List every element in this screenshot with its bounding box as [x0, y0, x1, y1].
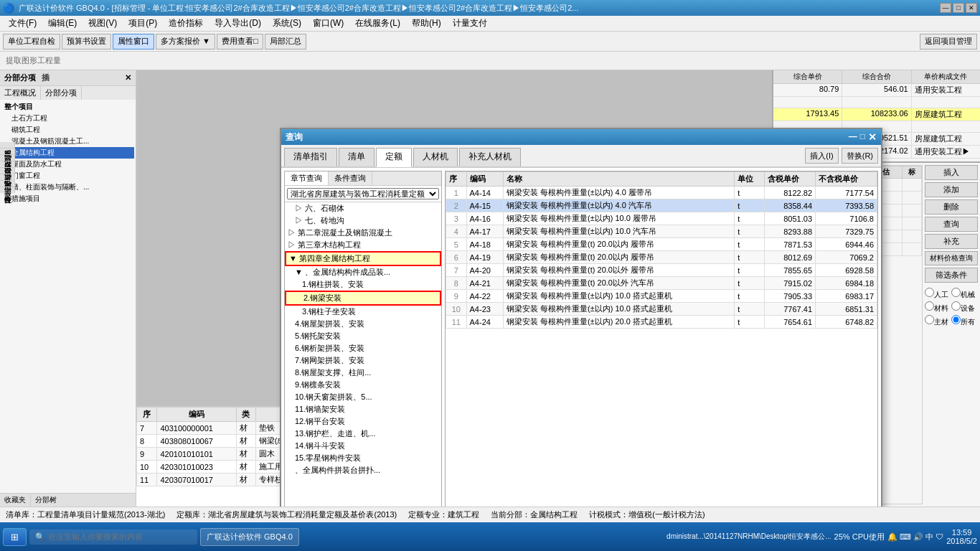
sidebar-bottom-favorites[interactable]: 收藏夹: [0, 494, 31, 507]
tree-item-steel-col2[interactable]: 3.钢柱子坐安装: [285, 306, 441, 318]
sidebar-close-btn[interactable]: ✕: [125, 73, 131, 83]
dialog-tab-supplement[interactable]: 补充人材机: [459, 148, 521, 166]
sidebar-item-measures[interactable]: 措施项目: [1, 193, 134, 204]
sidebar-item-all[interactable]: 整个项目: [1, 101, 134, 113]
radio-all[interactable]: [951, 315, 961, 324]
sidebar-item-metal[interactable]: 全属结构工程: [1, 147, 134, 159]
tree-item-roof-truss[interactable]: 4.钢屋架拼装、安装: [285, 318, 441, 330]
delete-button[interactable]: 删除: [925, 199, 978, 215]
return-project-button[interactable]: 返回项目管理: [920, 34, 977, 50]
menu-payment[interactable]: 计量支付: [447, 16, 493, 31]
result-row-4[interactable]: 4 A4-17 钢梁安装 每根构件重量(±以内) 10.0 汽车吊 t 8293…: [446, 225, 877, 238]
vtab-compat[interactable]: 符合性检查: [0, 187, 14, 193]
menu-cost[interactable]: 造价指标: [163, 16, 209, 31]
tree-item-misc[interactable]: 15.零星钢构件安装: [285, 452, 441, 464]
tree-tab-chapter[interactable]: 章节查询: [285, 171, 329, 185]
radio-machine[interactable]: [951, 288, 961, 297]
vtab-labor[interactable]: 人材机汇总: [0, 168, 14, 174]
add-button[interactable]: 添加: [925, 182, 978, 197]
dialog-close-btn[interactable]: ✕: [868, 131, 877, 143]
menu-edit[interactable]: 编辑(E): [42, 16, 83, 31]
result-row-7[interactable]: 7 A4-20 钢梁安装 每根构件重量(t) 20.0以外 履带吊 t 7855…: [446, 264, 877, 277]
radio-material[interactable]: [925, 301, 934, 311]
query-button[interactable]: 查询: [925, 217, 978, 232]
result-row-2[interactable]: 2 A4-15 钢梁安装 每根构件重量(±以内) 4.0 汽车吊 t 8358.…: [446, 199, 877, 212]
menu-file[interactable]: 文件(F): [3, 16, 42, 31]
self-check-button[interactable]: 单位工程自检: [3, 34, 60, 50]
dialog-min-btn[interactable]: —: [849, 131, 857, 143]
result-row-10[interactable]: 10 A4-23 钢梁安装 每根构件重量(±以内) 10.0 搭式起重机 t 7…: [446, 303, 877, 316]
tree-item-stone[interactable]: ▷ 六、石砌体: [285, 202, 441, 215]
tree-item-platform[interactable]: 12.钢平台安装: [285, 415, 441, 428]
tree-item-truss[interactable]: 6.钢析架拼装、安装: [285, 342, 441, 354]
tree-item-ch4[interactable]: ▼ 第四章全属结构工程: [285, 251, 441, 266]
radio-labor[interactable]: [925, 288, 934, 297]
fee-view-button[interactable]: 费用查看□: [217, 34, 263, 50]
radio-main[interactable]: [925, 315, 934, 324]
tree-tab-condition[interactable]: 条件查询: [329, 171, 372, 185]
tree-item-net[interactable]: 7.钢网架拼装、安装: [285, 354, 441, 367]
vtab-other[interactable]: 其他项目: [0, 161, 14, 168]
dialog-tab-quota[interactable]: 定额: [376, 148, 412, 167]
radio-equipment[interactable]: [951, 301, 961, 311]
menu-project[interactable]: 项目(P): [123, 16, 163, 31]
tree-item-brace[interactable]: 8.钢屋架支撑、柱间...: [285, 367, 441, 379]
material-price-query-button[interactable]: 材料价格查询: [925, 251, 978, 265]
tree-item-brick[interactable]: ▷ 七、砖地沟: [285, 215, 441, 227]
tree-item-ch3[interactable]: ▷ 第三章木结构工程: [285, 239, 441, 251]
vtab-measures[interactable]: 措施项目: [0, 155, 14, 161]
result-row-8[interactable]: 8 A4-21 钢梁安装 每根构件重量(t) 20.0以外 汽车吊 t 7915…: [446, 277, 877, 290]
start-button[interactable]: ⊞: [3, 528, 27, 546]
insert-button[interactable]: 插入: [925, 165, 978, 180]
result-row-3[interactable]: 3 A4-16 钢梁安装 每根构件重量(±以内) 10.0 履带吊 t 8051…: [446, 212, 877, 225]
sidebar-item-concrete[interactable]: 混凝土及钢筋混凝土工...: [1, 136, 134, 147]
vtab-fees[interactable]: 费用汇总: [0, 174, 14, 181]
result-row-6[interactable]: 6 A4-19 钢梁安装 每根构件重量(t) 20.0以内 履带吊 t 8012…: [446, 251, 877, 264]
tree-item-steel-beam[interactable]: 2.钢梁安装: [285, 291, 441, 306]
tree-item-steel-col[interactable]: 1.钢柱拼装、安装: [285, 278, 441, 291]
sidebar-item-decoration[interactable]: 墙、柱面装饰与隔断、...: [1, 182, 134, 193]
menu-window[interactable]: 窗口(W): [307, 16, 349, 31]
dialog-tab-list-guide[interactable]: 清单指引: [284, 148, 337, 166]
properties-button[interactable]: 属性窗口: [113, 34, 154, 50]
budget-settings-button[interactable]: 预算书设置: [62, 34, 111, 50]
tree-item-assembly[interactable]: 、全属构件拼装台拼扑...: [285, 464, 441, 476]
province-select[interactable]: 湖北省房屋建筑与装饰工程消耗量定额: [287, 188, 439, 199]
sidebar-item-roofing[interactable]: 屋面及防水工程: [1, 159, 134, 170]
tree-item-wall-frame[interactable]: 11.钢墙架安装: [285, 403, 441, 415]
sidebar-item-masonry[interactable]: 砌筑工程: [1, 124, 134, 136]
results-table-container[interactable]: 序 编码 名称 单位 含税单价 不含税单价 1: [446, 171, 877, 507]
taskbar-app-item[interactable]: 广联达计价软件 GBQ4.0: [200, 528, 299, 546]
menu-import[interactable]: 导入导出(D): [209, 16, 267, 31]
result-row-5[interactable]: 5 A4-18 钢梁安装 每根构件重量(t) 20.0以内 履带吊 t 7871…: [446, 238, 877, 251]
restore-button[interactable]: □: [953, 3, 964, 13]
dialog-max-btn[interactable]: □: [860, 131, 865, 143]
menu-view[interactable]: 视图(V): [83, 16, 123, 31]
multi-scheme-button[interactable]: 多方案报价 ▼: [156, 34, 215, 50]
sidebar-item-earthwork[interactable]: 土石方工程: [1, 113, 134, 124]
tree-item-hopper[interactable]: 14.钢斗斗安装: [285, 440, 441, 452]
vtab-overview[interactable]: 工程概况: [0, 142, 14, 149]
vtab-segments[interactable]: 分部分项: [0, 149, 14, 155]
sidebar-tab-overview[interactable]: 工程概况: [0, 86, 41, 100]
supplement-button[interactable]: 补充: [925, 234, 978, 249]
minimize-button[interactable]: —: [940, 3, 951, 13]
close-button[interactable]: ✕: [966, 3, 977, 13]
menu-help[interactable]: 帮助(H): [406, 16, 447, 31]
tree-item-metal-parts[interactable]: ▼ 、金属结构构件成品装...: [285, 266, 441, 278]
dialog-replace-btn[interactable]: 替换(R): [842, 148, 878, 164]
filter-button[interactable]: 筛选条件: [925, 268, 978, 283]
sidebar-bottom-tree[interactable]: 分部树: [31, 494, 61, 507]
local-summary-button[interactable]: 局部汇总: [265, 34, 306, 50]
result-row-11[interactable]: 11 A4-24 钢梁安装 每根构件重量(±以内) 20.0 搭式起重机 t 7…: [446, 316, 877, 329]
result-row-9[interactable]: 9 A4-22 钢梁安装 每根构件重量(±以内) 10.0 搭式起重机 t 79…: [446, 290, 877, 303]
dialog-insert-btn[interactable]: 插入(I): [805, 148, 838, 164]
sidebar-item-doors[interactable]: 门窗工程: [1, 170, 134, 182]
menu-system[interactable]: 系统(S): [267, 16, 307, 31]
dialog-tab-list[interactable]: 清单: [339, 148, 374, 166]
taskbar-search-input[interactable]: [48, 532, 192, 541]
sidebar-tab-segments[interactable]: 分部分项: [41, 86, 82, 100]
tree-item-purlin[interactable]: 9.钢檩条安装: [285, 379, 441, 391]
tree-item-skylight[interactable]: 10.钢天窗架拼装、5...: [285, 391, 441, 403]
dialog-tab-labor[interactable]: 人材机: [413, 148, 458, 166]
